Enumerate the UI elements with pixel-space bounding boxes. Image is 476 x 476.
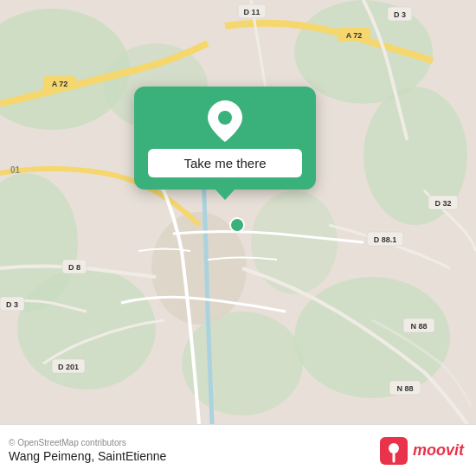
take-me-there-button[interactable]: Take me there [148,149,302,177]
svg-point-23 [218,111,232,125]
road-label-a72-2: A 72 [346,31,363,40]
road-label-d32: D 32 [434,199,451,208]
svg-point-22 [230,218,244,232]
bottom-bar: © OpenStreetMap contributors Wang Peimen… [0,424,476,476]
location-label: Wang Peimeng, SaintEtienne [9,449,166,463]
road-label-01: 01 [10,165,21,175]
map-container: A 72 D 11 A 72 D 3 01 D 32 D 8 D 3 D 88.… [0,0,476,424]
location-pin-icon [206,102,244,140]
svg-point-5 [17,268,156,389]
svg-point-25 [389,443,399,453]
moovit-logo[interactable]: moovit [380,437,464,465]
road-label-d11: D 11 [243,8,260,16]
road-label-n88-1: N 88 [410,322,427,331]
road-label-a72-1: A 72 [52,80,68,88]
road-label-d88: D 88.1 [374,235,397,244]
road-label-d3-left: D 3 [6,300,18,309]
svg-point-6 [182,312,303,415]
moovit-text: moovit [413,441,464,460]
road-label-n88-2: N 88 [396,384,413,393]
bottom-left: © OpenStreetMap contributors Wang Peimen… [9,438,166,463]
popup-card: Take me there [134,87,316,190]
road-label-d3-top: D 3 [394,10,406,19]
svg-point-7 [294,277,450,398]
road-label-d201: D 201 [58,363,79,371]
svg-point-9 [251,190,338,294]
moovit-icon [380,437,408,465]
copyright-text: © OpenStreetMap contributors [9,438,166,447]
road-label-d8: D 8 [68,263,80,272]
